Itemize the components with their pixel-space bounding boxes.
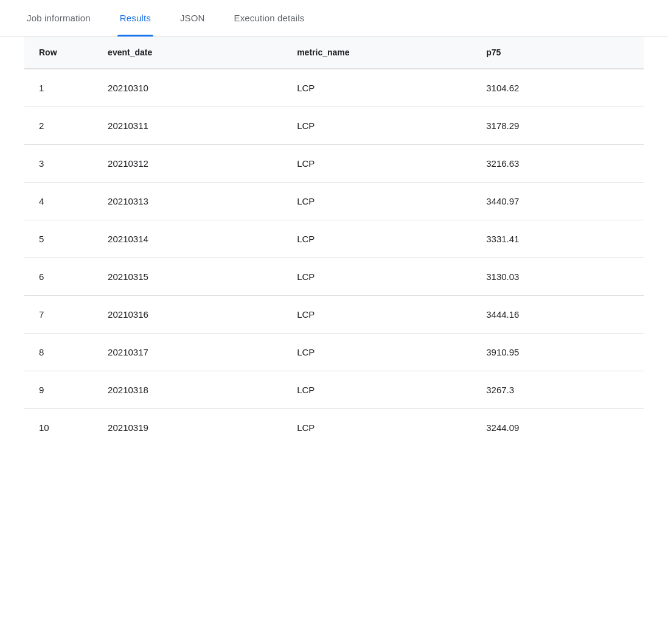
results-table: Row event_date metric_name p75 120210310… bbox=[24, 37, 644, 446]
table-row: 120210310LCP3104.62 bbox=[24, 69, 644, 107]
table-row: 320210312LCP3216.63 bbox=[24, 145, 644, 183]
table-row: 520210314LCP3331.41 bbox=[24, 220, 644, 258]
table-row: 1020210319LCP3244.09 bbox=[24, 409, 644, 447]
cell-event-date-2: 20210312 bbox=[93, 145, 282, 183]
cell-metric-name-5: LCP bbox=[282, 258, 471, 296]
cell-p75-7: 3910.95 bbox=[471, 334, 644, 371]
cell-row-9: 10 bbox=[24, 409, 93, 447]
cell-row-1: 2 bbox=[24, 107, 93, 145]
column-header-metric-name: metric_name bbox=[282, 37, 471, 69]
cell-event-date-0: 20210310 bbox=[93, 69, 282, 107]
column-header-p75: p75 bbox=[471, 37, 644, 69]
tabs-bar: Job informationResultsJSONExecution deta… bbox=[0, 0, 668, 37]
tab-json[interactable]: JSON bbox=[178, 0, 207, 36]
cell-metric-name-8: LCP bbox=[282, 371, 471, 409]
cell-event-date-6: 20210316 bbox=[93, 296, 282, 334]
cell-metric-name-6: LCP bbox=[282, 296, 471, 334]
table-header: Row event_date metric_name p75 bbox=[24, 37, 644, 69]
table-row: 420210313LCP3440.97 bbox=[24, 183, 644, 220]
table-row: 920210318LCP3267.3 bbox=[24, 371, 644, 409]
cell-row-5: 6 bbox=[24, 258, 93, 296]
cell-row-3: 4 bbox=[24, 183, 93, 220]
tab-job-information[interactable]: Job information bbox=[24, 0, 93, 36]
cell-metric-name-0: LCP bbox=[282, 69, 471, 107]
cell-p75-4: 3331.41 bbox=[471, 220, 644, 258]
table-row: 620210315LCP3130.03 bbox=[24, 258, 644, 296]
tab-results[interactable]: Results bbox=[117, 0, 153, 36]
cell-metric-name-4: LCP bbox=[282, 220, 471, 258]
column-header-event-date: event_date bbox=[93, 37, 282, 69]
cell-metric-name-7: LCP bbox=[282, 334, 471, 371]
cell-event-date-9: 20210319 bbox=[93, 409, 282, 447]
cell-event-date-1: 20210311 bbox=[93, 107, 282, 145]
table-row: 720210316LCP3444.16 bbox=[24, 296, 644, 334]
cell-row-0: 1 bbox=[24, 69, 93, 107]
cell-event-date-7: 20210317 bbox=[93, 334, 282, 371]
table-body: 120210310LCP3104.62220210311LCP3178.2932… bbox=[24, 69, 644, 446]
cell-event-date-3: 20210313 bbox=[93, 183, 282, 220]
table-row: 820210317LCP3910.95 bbox=[24, 334, 644, 371]
column-header-row: Row bbox=[24, 37, 93, 69]
cell-row-6: 7 bbox=[24, 296, 93, 334]
cell-event-date-4: 20210314 bbox=[93, 220, 282, 258]
cell-p75-0: 3104.62 bbox=[471, 69, 644, 107]
results-table-container: Row event_date metric_name p75 120210310… bbox=[0, 37, 668, 446]
cell-p75-1: 3178.29 bbox=[471, 107, 644, 145]
cell-metric-name-9: LCP bbox=[282, 409, 471, 447]
cell-metric-name-2: LCP bbox=[282, 145, 471, 183]
cell-metric-name-3: LCP bbox=[282, 183, 471, 220]
table-header-row: Row event_date metric_name p75 bbox=[24, 37, 644, 69]
cell-p75-8: 3267.3 bbox=[471, 371, 644, 409]
table-row: 220210311LCP3178.29 bbox=[24, 107, 644, 145]
cell-row-4: 5 bbox=[24, 220, 93, 258]
cell-row-7: 8 bbox=[24, 334, 93, 371]
cell-row-8: 9 bbox=[24, 371, 93, 409]
cell-event-date-8: 20210318 bbox=[93, 371, 282, 409]
cell-row-2: 3 bbox=[24, 145, 93, 183]
cell-p75-6: 3444.16 bbox=[471, 296, 644, 334]
cell-p75-5: 3130.03 bbox=[471, 258, 644, 296]
cell-p75-3: 3440.97 bbox=[471, 183, 644, 220]
cell-metric-name-1: LCP bbox=[282, 107, 471, 145]
tab-execution-details[interactable]: Execution details bbox=[232, 0, 307, 36]
cell-p75-9: 3244.09 bbox=[471, 409, 644, 447]
cell-p75-2: 3216.63 bbox=[471, 145, 644, 183]
cell-event-date-5: 20210315 bbox=[93, 258, 282, 296]
